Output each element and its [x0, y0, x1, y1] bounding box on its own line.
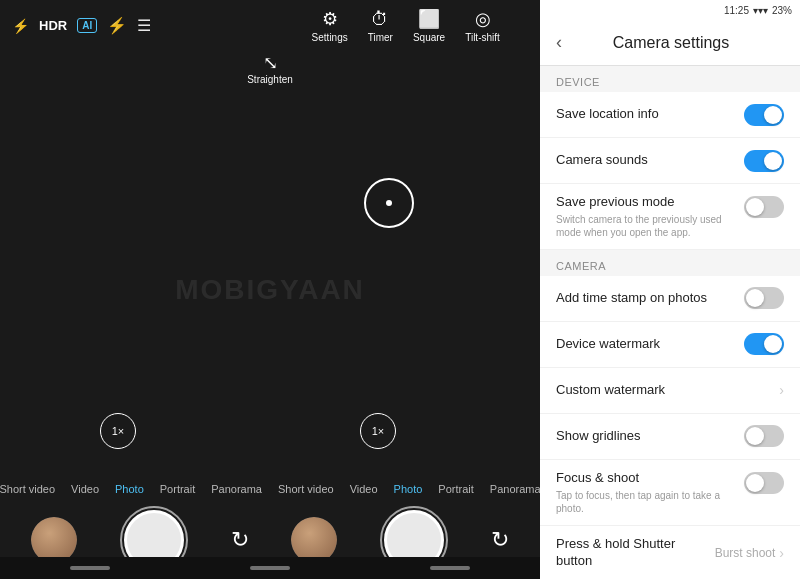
setting-label-save-location: Save location info	[556, 106, 744, 123]
nav-recents[interactable]	[430, 566, 470, 570]
time-display: 11:25	[724, 5, 749, 16]
setting-label-timestamp: Add time stamp on photos	[556, 290, 744, 307]
setting-label-camera-sounds: Camera sounds	[556, 152, 744, 169]
toggle-knob	[764, 335, 782, 353]
toggle-knob	[746, 474, 764, 492]
mode-photo-1[interactable]: Photo	[107, 479, 152, 499]
toggle-knob	[764, 106, 782, 124]
toggle-knob	[746, 198, 764, 216]
camera-panel: MOBIGYAAN ⚡ HDR AI ⚡ ☰ ⚙ Settings ⏱ Time…	[0, 0, 540, 579]
chevron-right-icon: ›	[779, 382, 784, 398]
setting-label-focus-shoot: Focus & shoot	[556, 470, 744, 487]
setting-label-gridlines: Show gridlines	[556, 428, 744, 445]
mode-photo-2[interactable]: Photo	[386, 479, 431, 499]
mode-panorama-1[interactable]: Panorama	[203, 479, 270, 499]
toggle-focus-shoot[interactable]	[744, 472, 784, 494]
setting-save-location[interactable]: Save location info	[540, 92, 800, 138]
toggle-timestamp[interactable]	[744, 287, 784, 309]
settings-body: DEVICE Save location info Camera sounds …	[540, 66, 800, 579]
battery-display: 23%	[772, 5, 792, 16]
camera-second-bar: ⤡ Straighten	[0, 52, 540, 85]
timer-icon[interactable]: ⚡	[107, 16, 127, 35]
camera-nav-bar	[0, 557, 540, 579]
ai-badge[interactable]: AI	[77, 18, 97, 33]
tiltshift-icon-cam[interactable]: ◎ Tilt-shift	[465, 8, 500, 43]
setting-label-device-watermark: Device watermark	[556, 336, 744, 353]
section-device-label: DEVICE	[540, 66, 800, 92]
setting-sublabel-save-prev: Switch camera to the previously used mod…	[556, 213, 744, 239]
setting-label-hold-shutter: Press & hold Shutter button	[556, 536, 715, 570]
toggle-knob	[746, 427, 764, 445]
toggle-gridlines[interactable]	[744, 425, 784, 447]
toggle-save-previous-mode[interactable]	[744, 196, 784, 218]
mode-short-video-2[interactable]: Short video	[270, 479, 342, 499]
setting-save-previous-mode[interactable]: Save previous mode Switch camera to the …	[540, 184, 800, 250]
nav-back[interactable]	[70, 566, 110, 570]
toggle-knob	[746, 289, 764, 307]
setting-timestamp[interactable]: Add time stamp on photos	[540, 276, 800, 322]
menu-icon[interactable]: ☰	[137, 16, 151, 35]
settings-panel: 11:25 ▾▾▾ 23% ‹ Camera settings DEVICE S…	[540, 0, 800, 579]
setting-sublabel-focus-shoot: Tap to focus, then tap again to take a p…	[556, 489, 744, 515]
square-icon-cam[interactable]: ⬜ Square	[413, 8, 445, 43]
mode-portrait-2[interactable]: Portrait	[430, 479, 481, 499]
flash-icon[interactable]: ⚡	[12, 18, 29, 34]
toggle-camera-sounds[interactable]	[744, 150, 784, 172]
timer-icon-cam[interactable]: ⏱ Timer	[368, 9, 393, 43]
status-bar: 11:25 ▾▾▾ 23%	[540, 0, 800, 20]
rotate-camera-icon-2[interactable]: ↻	[491, 527, 509, 553]
watermark: MOBIGYAAN	[175, 274, 365, 306]
back-button[interactable]: ‹	[556, 32, 562, 53]
settings-title: Camera settings	[578, 34, 764, 52]
toggle-save-location[interactable]	[744, 104, 784, 126]
signal-icon: ▾▾▾	[753, 5, 768, 16]
setting-device-watermark[interactable]: Device watermark	[540, 322, 800, 368]
camera-modes: Short video Video Photo Portrait Panoram…	[0, 479, 540, 499]
toggle-device-watermark[interactable]	[744, 333, 784, 355]
setting-custom-watermark[interactable]: Custom watermark ›	[540, 368, 800, 414]
setting-camera-sounds[interactable]: Camera sounds	[540, 138, 800, 184]
mode-short-video-1[interactable]: Short video	[0, 479, 63, 499]
rotate-camera-icon-1[interactable]: ↻	[231, 527, 249, 553]
section-camera-label: CAMERA	[540, 250, 800, 276]
mode-panorama-2[interactable]: Panorama	[482, 479, 540, 499]
setting-gridlines[interactable]: Show gridlines	[540, 414, 800, 460]
top-icons-row: ⚙ Settings ⏱ Timer ⬜ Square ◎ Tilt-shift	[283, 8, 528, 43]
zoom-button-right[interactable]: 1×	[360, 413, 396, 449]
mode-portrait-1[interactable]: Portrait	[152, 479, 203, 499]
focus-ring	[364, 178, 414, 228]
setting-label-block: Save previous mode Switch camera to the …	[556, 194, 744, 239]
mode-video-2[interactable]: Video	[342, 479, 386, 499]
hold-shutter-value: Burst shoot	[715, 546, 776, 560]
straighten-icon[interactable]: ⤡ Straighten	[247, 52, 293, 85]
focus-dot	[386, 200, 392, 206]
chevron-right-icon: ›	[779, 545, 784, 561]
nav-home[interactable]	[250, 566, 290, 570]
setting-hold-shutter[interactable]: Press & hold Shutter button Burst shoot …	[540, 526, 800, 579]
settings-header: ‹ Camera settings	[540, 20, 800, 66]
camera-top-bar: ⚡ HDR AI ⚡ ☰ ⚙ Settings ⏱ Timer ⬜ Square…	[0, 0, 540, 51]
mode-video-1[interactable]: Video	[63, 479, 107, 499]
hdr-label[interactable]: HDR	[39, 18, 67, 33]
zoom-button-left[interactable]: 1×	[100, 413, 136, 449]
setting-label-save-prev: Save previous mode	[556, 194, 744, 211]
setting-focus-shoot[interactable]: Focus & shoot Tap to focus, then tap aga…	[540, 460, 800, 526]
settings-icon-cam[interactable]: ⚙ Settings	[312, 8, 348, 43]
setting-label-custom-watermark: Custom watermark	[556, 382, 779, 399]
toggle-knob	[764, 152, 782, 170]
